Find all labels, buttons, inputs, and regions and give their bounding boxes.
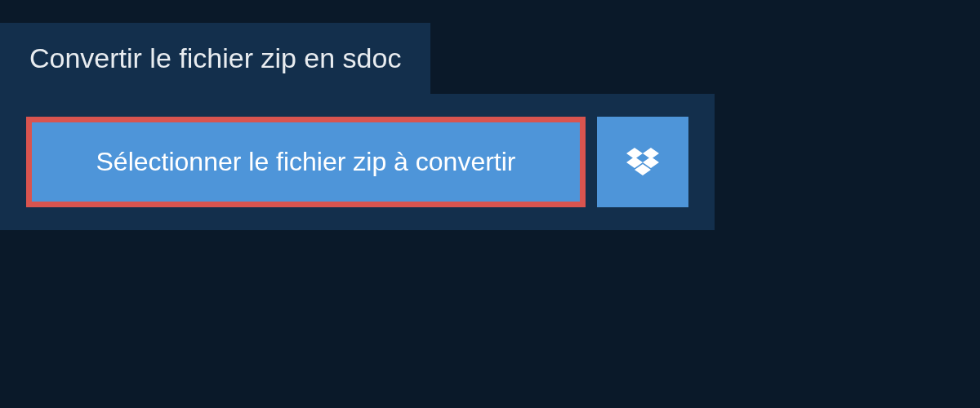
button-row: Sélectionner le fichier zip à convertir <box>26 117 688 207</box>
content-panel: Sélectionner le fichier zip à convertir <box>0 94 715 230</box>
page-title: Convertir le fichier zip en sdoc <box>29 42 401 74</box>
dropbox-button[interactable] <box>597 117 688 207</box>
select-file-label: Sélectionner le fichier zip à convertir <box>96 147 515 177</box>
tab-header: Convertir le fichier zip en sdoc <box>0 23 430 94</box>
select-file-button[interactable]: Sélectionner le fichier zip à convertir <box>26 117 586 207</box>
dropbox-icon <box>626 148 659 177</box>
